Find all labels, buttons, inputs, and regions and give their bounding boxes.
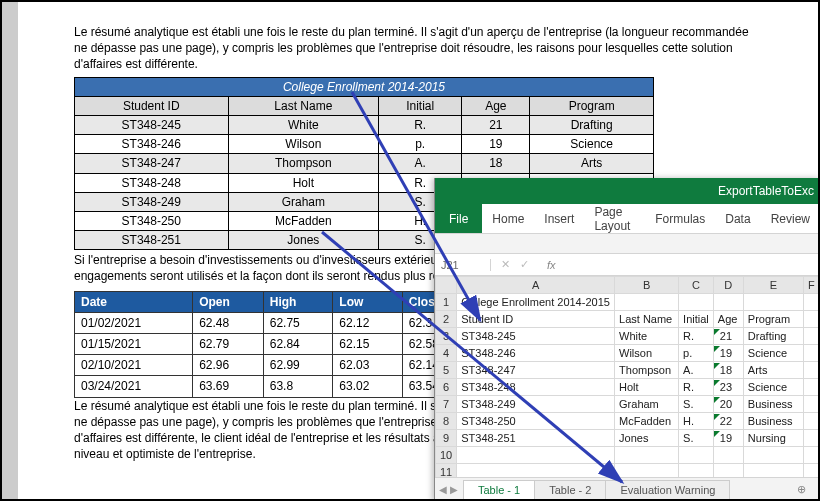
- cell[interactable]: [615, 294, 679, 311]
- row-header[interactable]: 7: [436, 396, 457, 413]
- cell[interactable]: [743, 447, 803, 464]
- cell[interactable]: Nursing: [743, 430, 803, 447]
- tab-evaluation-warning[interactable]: Evaluation Warning: [605, 480, 730, 499]
- cell[interactable]: [713, 464, 743, 478]
- cell[interactable]: ST348-246: [457, 345, 615, 362]
- cell[interactable]: ST348-247: [457, 362, 615, 379]
- cell[interactable]: 20: [713, 396, 743, 413]
- cell[interactable]: [615, 464, 679, 478]
- cell[interactable]: ST348-250: [457, 413, 615, 430]
- cell[interactable]: [713, 447, 743, 464]
- row-header[interactable]: 4: [436, 345, 457, 362]
- ribbon-file[interactable]: File: [435, 204, 482, 233]
- row-header[interactable]: 2: [436, 311, 457, 328]
- select-all-corner[interactable]: [436, 277, 457, 294]
- row-header[interactable]: 11: [436, 464, 457, 478]
- cell[interactable]: Holt: [615, 379, 679, 396]
- cell[interactable]: Arts: [743, 362, 803, 379]
- cell[interactable]: 23: [713, 379, 743, 396]
- cell[interactable]: [457, 447, 615, 464]
- cell[interactable]: McFadden: [615, 413, 679, 430]
- ribbon-review[interactable]: Review: [761, 204, 820, 233]
- ribbon-insert[interactable]: Insert: [534, 204, 584, 233]
- cell[interactable]: ST348-248: [457, 379, 615, 396]
- cell[interactable]: Student ID: [457, 311, 615, 328]
- tab-nav-arrows[interactable]: ◀ ▶: [439, 484, 458, 495]
- row-header[interactable]: 3: [436, 328, 457, 345]
- column-header[interactable]: D: [713, 277, 743, 294]
- sheet-area[interactable]: ABCDEF1College Enrollment 2014-20152Stud…: [435, 276, 820, 477]
- cell[interactable]: S.: [679, 430, 714, 447]
- cell[interactable]: [713, 294, 743, 311]
- cell[interactable]: ST348-245: [457, 328, 615, 345]
- cell[interactable]: Science: [743, 379, 803, 396]
- cell[interactable]: 19: [713, 430, 743, 447]
- cell[interactable]: Jones: [615, 430, 679, 447]
- cell[interactable]: R.: [679, 328, 714, 345]
- cell[interactable]: [679, 294, 714, 311]
- row-header[interactable]: 5: [436, 362, 457, 379]
- row-header[interactable]: 9: [436, 430, 457, 447]
- cell[interactable]: [803, 345, 819, 362]
- column-header[interactable]: E: [743, 277, 803, 294]
- cell[interactable]: [679, 447, 714, 464]
- cell[interactable]: 18: [713, 362, 743, 379]
- row-header[interactable]: 10: [436, 447, 457, 464]
- cancel-icon[interactable]: ✕: [501, 258, 510, 271]
- cell[interactable]: College Enrollment 2014-2015: [457, 294, 615, 311]
- ribbon-data[interactable]: Data: [715, 204, 760, 233]
- name-box[interactable]: J21: [435, 259, 491, 271]
- column-header[interactable]: C: [679, 277, 714, 294]
- cell[interactable]: R.: [679, 379, 714, 396]
- row-header[interactable]: 1: [436, 294, 457, 311]
- cell[interactable]: ST348-249: [457, 396, 615, 413]
- cell[interactable]: Age: [713, 311, 743, 328]
- cell[interactable]: 21: [713, 328, 743, 345]
- column-header[interactable]: F: [803, 277, 819, 294]
- cell[interactable]: p.: [679, 345, 714, 362]
- cell[interactable]: [803, 379, 819, 396]
- column-header[interactable]: B: [615, 277, 679, 294]
- spreadsheet-grid[interactable]: ABCDEF1College Enrollment 2014-20152Stud…: [435, 276, 820, 477]
- cell[interactable]: [803, 294, 819, 311]
- cell[interactable]: A.: [679, 362, 714, 379]
- cell[interactable]: White: [615, 328, 679, 345]
- row-header[interactable]: 6: [436, 379, 457, 396]
- cell[interactable]: 19: [713, 345, 743, 362]
- cell[interactable]: [803, 362, 819, 379]
- cell[interactable]: S.: [679, 396, 714, 413]
- cell[interactable]: [743, 294, 803, 311]
- cell[interactable]: Business: [743, 396, 803, 413]
- cell[interactable]: 22: [713, 413, 743, 430]
- ribbon-home[interactable]: Home: [482, 204, 534, 233]
- cell[interactable]: [803, 311, 819, 328]
- cell[interactable]: [679, 464, 714, 478]
- cell[interactable]: [803, 396, 819, 413]
- cell[interactable]: H.: [679, 413, 714, 430]
- cell[interactable]: Graham: [615, 396, 679, 413]
- cell[interactable]: [803, 413, 819, 430]
- cell[interactable]: Thompson: [615, 362, 679, 379]
- column-header[interactable]: A: [457, 277, 615, 294]
- tab-table-2[interactable]: Table - 2: [534, 480, 606, 499]
- cell[interactable]: [803, 447, 819, 464]
- cell[interactable]: Initial: [679, 311, 714, 328]
- cell[interactable]: [803, 328, 819, 345]
- cell[interactable]: [457, 464, 615, 478]
- cell[interactable]: Science: [743, 345, 803, 362]
- ribbon-pagelayout[interactable]: Page Layout: [584, 204, 645, 233]
- cell[interactable]: [803, 430, 819, 447]
- cell[interactable]: ST348-251: [457, 430, 615, 447]
- cell[interactable]: [615, 447, 679, 464]
- cell[interactable]: Business: [743, 413, 803, 430]
- cell[interactable]: [803, 464, 819, 478]
- enter-icon[interactable]: ✓: [520, 258, 529, 271]
- ribbon-formulas[interactable]: Formulas: [645, 204, 715, 233]
- cell[interactable]: Last Name: [615, 311, 679, 328]
- cell[interactable]: Wilson: [615, 345, 679, 362]
- cell[interactable]: [743, 464, 803, 478]
- add-sheet-button[interactable]: ⊕: [789, 483, 814, 496]
- cell[interactable]: Drafting: [743, 328, 803, 345]
- row-header[interactable]: 8: [436, 413, 457, 430]
- tab-table-1[interactable]: Table - 1: [463, 480, 535, 500]
